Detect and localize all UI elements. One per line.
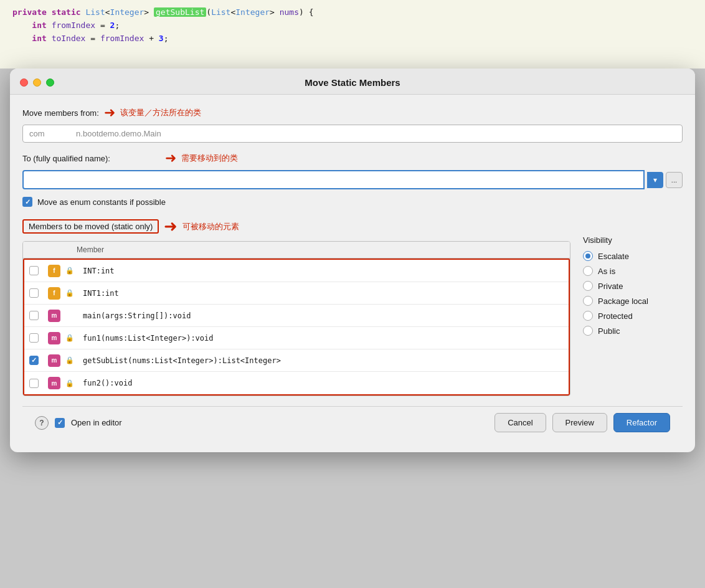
open-checkmark-icon: ✓ (57, 419, 63, 427)
row-checkmark-4: ✓ (31, 356, 37, 364)
radio-circle-private (583, 281, 593, 291)
member-text-3: fun1(nums:List<Integer>):void (78, 334, 564, 343)
row-icon-4: m (48, 354, 60, 367)
from-annotation: 该变量／方法所在的类 (120, 107, 201, 118)
row-icon-1: f (48, 287, 60, 300)
members-annotation: 可被移动的元素 (182, 221, 239, 232)
members-table: Member f 🔒 INT:int (22, 241, 570, 396)
radio-public[interactable]: Public (583, 326, 683, 336)
row-checkbox-1[interactable] (29, 288, 39, 298)
from-label: Move members from: (22, 108, 99, 118)
to-combo-row: ▾ ... (22, 170, 683, 189)
table-header: Member (23, 242, 570, 258)
radio-protected[interactable]: Protected (583, 311, 683, 321)
to-field[interactable] (22, 170, 645, 189)
radio-private[interactable]: Private (583, 281, 683, 291)
to-arrow-icon: ➜ (165, 150, 176, 166)
to-dropdown-button[interactable]: ▾ (647, 172, 663, 188)
footer: ? ✓ Open in editor Cancel Preview Refact… (22, 406, 683, 442)
lock-icon-4: 🔒 (65, 356, 78, 364)
traffic-lights (20, 78, 54, 87)
radio-circle-package-local (583, 296, 593, 306)
members-arrow-icon: ➜ (164, 217, 177, 236)
minimize-button[interactable] (33, 78, 41, 87)
radio-package-local[interactable]: Package local (583, 296, 683, 306)
members-section: Members to be moved (static only) ➜ 可被移动… (22, 217, 570, 396)
from-field (22, 125, 683, 143)
radio-label-escalate: Escalate (598, 252, 629, 261)
table-body: f 🔒 INT:int f 🔒 INT1:int (23, 258, 570, 396)
radio-circle-protected (583, 311, 593, 321)
row-checkbox-3[interactable] (29, 333, 39, 343)
preview-button[interactable]: Preview (552, 413, 607, 432)
maximize-button[interactable] (46, 78, 54, 87)
move-enum-label: Move as enum constants if possible (37, 197, 166, 207)
row-checkbox-5[interactable] (29, 379, 39, 388)
lock-icon-0: 🔒 (65, 267, 78, 275)
table-row: f 🔒 INT:int (24, 260, 569, 282)
table-row: m main(args:String[]):void (24, 305, 569, 327)
from-arrow-icon: ➜ (104, 105, 115, 121)
radio-circle-as-is (583, 266, 593, 276)
radio-dot-escalate (585, 254, 590, 258)
refactor-button[interactable]: Refactor (613, 413, 670, 432)
checkmark-icon: ✓ (25, 198, 31, 206)
radio-label-package-local: Package local (598, 296, 648, 306)
cancel-button[interactable]: Cancel (494, 413, 546, 432)
member-text-4: getSubList(nums:List<Integer>):List<Inte… (78, 356, 564, 365)
to-label: To (fully qualified name): (22, 154, 110, 163)
members-section-label-row: Members to be moved (static only) ➜ 可被移动… (22, 217, 570, 236)
members-label: Members to be moved (static only) (22, 219, 159, 234)
radio-escalate[interactable]: Escalate (583, 251, 683, 261)
lock-icon-1: 🔒 (65, 289, 78, 297)
row-checkbox-4[interactable]: ✓ (29, 356, 39, 365)
row-icon-3: m (48, 332, 60, 344)
radio-label-public: Public (598, 326, 620, 336)
member-text-1: INT1:int (78, 289, 564, 298)
lock-icon-3: 🔒 (65, 334, 78, 342)
row-checkbox-0[interactable] (29, 266, 39, 275)
radio-label-protected: Protected (598, 311, 633, 321)
dialog-body: Move members from: ➜ 该变量／方法所在的类 To (full… (10, 95, 695, 452)
open-in-editor-checkbox[interactable]: ✓ (55, 418, 65, 428)
from-label-row: Move members from: ➜ 该变量／方法所在的类 (22, 105, 683, 121)
member-text-0: INT:int (78, 267, 564, 275)
radio-as-is[interactable]: As is (583, 266, 683, 276)
open-in-editor-label: Open in editor (71, 418, 122, 427)
visibility-section: Visibility Escalate As is (583, 217, 683, 396)
dialog: Move Static Members Move members from: ➜… (10, 69, 695, 452)
table-row: f 🔒 INT1:int (24, 282, 569, 305)
radio-circle-public (583, 326, 593, 336)
to-label-row: To (fully qualified name): ➜ 需要移动到的类 (22, 150, 683, 166)
visibility-title: Visibility (583, 235, 683, 245)
title-bar: Move Static Members (10, 69, 695, 95)
radio-label-as-is: As is (598, 267, 615, 276)
dialog-title: Move Static Members (305, 77, 400, 88)
table-row: m 🔒 fun2():void (24, 372, 569, 394)
row-icon-0: f (48, 265, 60, 277)
lock-icon-5: 🔒 (65, 379, 78, 387)
header-member-col: Member (77, 245, 565, 254)
main-area: Members to be moved (static only) ➜ 可被移动… (22, 217, 683, 396)
table-row: m 🔒 fun1(nums:List<Integer>):void (24, 327, 569, 349)
row-icon-2: m (48, 310, 60, 322)
table-row: ✓ m 🔒 getSubList(nums:List<Integer>):Lis… (24, 349, 569, 372)
close-button[interactable] (20, 78, 28, 87)
to-ellipsis-button[interactable]: ... (666, 172, 683, 188)
move-enum-row: ✓ Move as enum constants if possible (22, 197, 683, 207)
radio-circle-escalate (583, 251, 593, 261)
to-annotation: 需要移动到的类 (181, 153, 238, 164)
help-button[interactable]: ? (35, 416, 49, 430)
move-enum-checkbox[interactable]: ✓ (22, 197, 32, 207)
radio-label-private: Private (598, 282, 623, 291)
member-text-2: main(args:String[]):void (78, 311, 564, 320)
row-checkbox-2[interactable] (29, 311, 39, 320)
member-text-5: fun2():void (78, 379, 564, 387)
row-icon-5: m (48, 377, 60, 389)
